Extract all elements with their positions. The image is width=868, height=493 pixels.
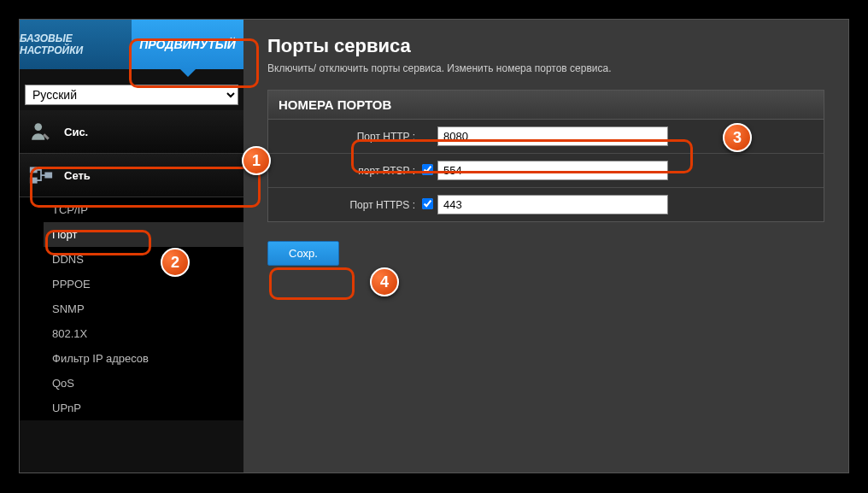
svg-rect-2 [31,179,37,183]
page-title: Порты сервиса [267,35,824,57]
step-marker-3: 3 [723,123,752,152]
user-wrench-icon [28,119,54,144]
tab-basic[interactable]: БАЗОВЫЕ НАСТРОЙКИ [20,20,132,69]
sidebar-item-snmp[interactable]: SNMP [44,296,243,321]
sidebar-cat-system-label: Сис. [64,126,88,138]
step-marker-2: 2 [161,248,190,277]
svg-point-0 [34,123,42,131]
language-select[interactable]: Русский [25,85,238,105]
sidebar-cat-network-label: Сеть [64,169,91,182]
top-tabs: БАЗОВЫЕ НАСТРОЙКИ ПРОДВИНУТЫЙ [20,20,243,69]
input-https[interactable] [437,195,668,214]
step-marker-4: 4 [370,267,399,296]
input-rtsp[interactable] [437,161,668,180]
sidebar-item-8021x[interactable]: 802.1X [44,321,243,346]
sidebar-item-port[interactable]: Порт [44,222,243,247]
save-button[interactable]: Сохр. [267,241,339,266]
sidebar-item-ipfilter[interactable]: Фильтр IP адресов [44,346,243,371]
svg-rect-1 [31,167,37,172]
sidebar-cat-system[interactable]: Сис. [20,110,243,154]
network-subitems: TCP/IP Порт DDNS PPPOE SNMP 802.1X Фильт… [20,197,243,420]
tab-advanced[interactable]: ПРОДВИНУТЫЙ [132,20,243,69]
sidebar-item-qos[interactable]: QoS [44,371,243,396]
checkbox-rtsp[interactable] [422,164,433,175]
label-https: Порт HTTPS : [277,199,422,211]
row-https: Порт HTTPS : [268,188,824,221]
page-subtitle: Включить/ отключить порты сервиса. Измен… [267,62,824,74]
ports-section-title: НОМЕРА ПОРТОВ [268,91,824,120]
language-row: Русский [20,69,243,110]
ports-section: НОМЕРА ПОРТОВ Порт HTTP : порт RTSP : По… [267,90,824,222]
row-rtsp: порт RTSP : [268,154,824,188]
input-http[interactable] [437,126,668,146]
main-content: Порты сервиса Включить/ отключить порты … [243,20,848,472]
network-icon [28,162,54,188]
sidebar-item-ddns[interactable]: DDNS [44,247,243,272]
sidebar: БАЗОВЫЕ НАСТРОЙКИ ПРОДВИНУТЫЙ Русский Си… [20,20,243,472]
sidebar-cat-network[interactable]: Сеть [20,154,243,197]
sidebar-item-tcpip[interactable]: TCP/IP [44,197,243,222]
sidebar-item-upnp[interactable]: UPnP [44,396,243,420]
checkbox-https[interactable] [422,198,433,209]
step-marker-1: 1 [242,146,271,175]
sidebar-item-pppoe[interactable]: PPPOE [44,272,243,296]
label-http: Порт HTTP : [277,131,422,143]
svg-rect-3 [45,173,51,177]
label-rtsp: порт RTSP : [277,165,422,177]
